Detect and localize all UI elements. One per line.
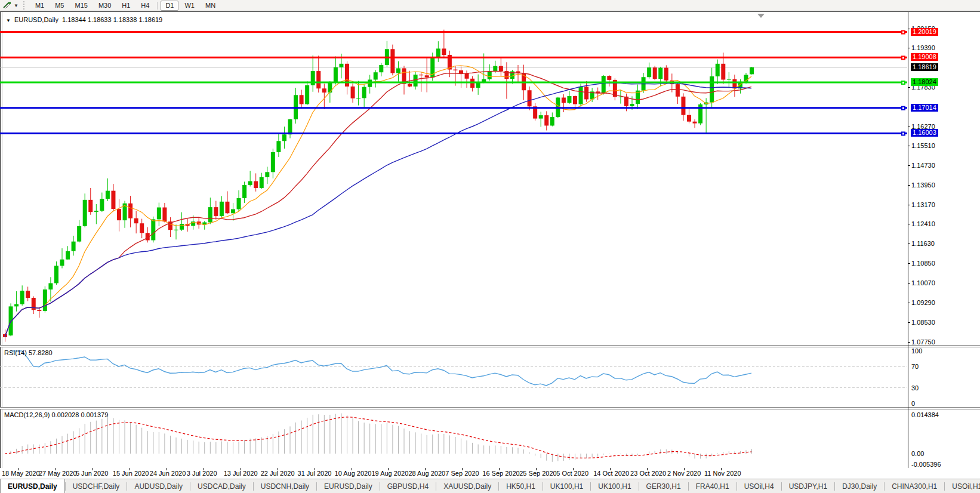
time-axis-date-label: 24 Jun 2020 xyxy=(150,470,186,477)
timeframe-button-m30[interactable]: M30 xyxy=(94,1,116,11)
price-axis-tick-label: 1.19390 xyxy=(911,44,935,51)
hline-price-label: 1.18024 xyxy=(911,78,938,86)
timeframe-button-m5[interactable]: M5 xyxy=(50,1,69,11)
symbol-tab-hk50-h1[interactable]: HK50,H1 xyxy=(499,479,543,493)
time-axis-date-label: 28 Aug 2020 xyxy=(408,470,445,477)
symbol-tabs: EURUSD,DailyUSDCHF,DailyAUDUSD,DailyUSDC… xyxy=(0,479,980,493)
price-axis-tickmark xyxy=(908,224,910,224)
symbol-tab-usdcad-daily[interactable]: USDCAD,Daily xyxy=(190,479,253,493)
time-axis-date-label: 18 May 2020 xyxy=(2,470,40,477)
price-axis-tickmark xyxy=(908,303,910,303)
chart-ohlc-values: 1.18344 1.18633 1.18338 1.18619 xyxy=(62,16,162,23)
symbol-tab-eurusd-daily[interactable]: EURUSD,Daily xyxy=(317,479,380,493)
price-axis-tick-label: 1.08530 xyxy=(911,319,935,326)
price-axis-tick-label: 1.07750 xyxy=(911,338,935,346)
macd-axis-bottom-label: -0.005396 xyxy=(911,461,941,468)
rsi-axis-label: 70 xyxy=(911,363,919,370)
price-axis-tickmark xyxy=(908,322,910,323)
symbol-tab-bar: EURUSD,DailyUSDCHF,DailyAUDUSD,DailyUSDC… xyxy=(0,479,980,493)
symbol-tab-usdjpy-h1[interactable]: USDJPY,H1 xyxy=(782,479,834,493)
time-axis-date-label: 5 Oct 2020 xyxy=(556,470,588,477)
time-axis-date-label: 11 Nov 2020 xyxy=(704,470,741,477)
time-axis-date-label: 14 Oct 2020 xyxy=(593,470,629,477)
macd-indicator-label: MACD(12,26,9) 0.002028 0.001379 xyxy=(4,411,108,418)
timeframe-button-mn[interactable]: MN xyxy=(201,1,220,11)
symbol-tab-usoil-h1[interactable]: USOil,H1 xyxy=(945,479,980,493)
hline-price-label: 1.19008 xyxy=(911,53,938,61)
symbol-tab-gbpusd-h4[interactable]: GBPUSD,H4 xyxy=(380,479,436,493)
time-axis-date-label: 25 Sep 2020 xyxy=(519,470,556,477)
price-axis-tickmark xyxy=(908,87,910,88)
symbol-tab-usoil-h4[interactable]: USOil,H4 xyxy=(737,479,781,493)
macd-axis-zero-label: 0.00 xyxy=(911,450,924,457)
price-axis-tick-label: 1.11630 xyxy=(911,240,935,247)
hline-price-label: 1.17014 xyxy=(911,104,938,112)
timeframe-buttons-group: M1M5M15M30H1H4D1W1MN xyxy=(30,1,221,11)
timeframes-toolbar: ▼ M1M5M15M30H1H4D1W1MN xyxy=(0,0,980,11)
time-axis-date-label: 3 Jul 2020 xyxy=(187,470,217,477)
hline-price-label: 1.16003 xyxy=(911,129,938,137)
time-axis[interactable]: 18 May 202027 May 20205 Jun 202015 Jun 2… xyxy=(0,468,980,479)
timeframe-button-h4[interactable]: H4 xyxy=(136,1,154,11)
time-axis-date-label: 13 Jul 2020 xyxy=(224,470,258,477)
price-axis-tick-label: 1.15510 xyxy=(911,142,935,149)
symbol-tab-fra40-h1[interactable]: FRA40,H1 xyxy=(689,479,736,493)
timeframe-button-m1[interactable]: M1 xyxy=(30,1,49,11)
time-axis-date-label: 2 Nov 2020 xyxy=(667,470,701,477)
price-axis-tick-label: 1.12410 xyxy=(911,220,935,227)
timeframe-button-m15[interactable]: M15 xyxy=(70,1,92,11)
symbol-tab-uk100-h1[interactable]: UK100,H1 xyxy=(591,479,638,493)
symbol-tab-xauusd-daily[interactable]: XAUUSD,Daily xyxy=(436,479,498,493)
rsi-axis-label: 100 xyxy=(911,347,922,355)
symbol-tab-usdchf-daily[interactable]: USDCHF,Daily xyxy=(66,479,127,493)
timeframe-button-d1[interactable]: D1 xyxy=(161,1,178,11)
time-axis-date-label: 5 Jun 2020 xyxy=(76,470,108,477)
symbol-tab-eurusd-daily[interactable]: EURUSD,Daily xyxy=(0,479,65,493)
time-axis-date-label: 16 Sep 2020 xyxy=(482,470,519,477)
chart-title: ▼EURUSD,Daily 1.18344 1.18633 1.18338 1.… xyxy=(6,16,162,23)
rsi-axis-label: 0 xyxy=(911,400,915,407)
rsi-indicator-label: RSI(14) 57.8280 xyxy=(4,349,53,356)
price-axis-tickmark xyxy=(908,244,910,244)
symbol-tab-ger30-h1[interactable]: GER30,H1 xyxy=(639,479,688,493)
macd-axis-top-label: 0.014384 xyxy=(911,411,939,418)
price-axis-tick-label: 1.14730 xyxy=(911,162,935,169)
price-axis-tickmark xyxy=(908,127,910,127)
current-price-label: 1.18619 xyxy=(911,63,938,71)
mt4-application-window: ▼ M1M5M15M30H1H4D1W1MN 1.201501.193901.1… xyxy=(0,0,980,493)
time-axis-date-label: 31 Jul 2020 xyxy=(298,470,332,477)
price-axis-tickmark xyxy=(908,146,910,146)
price-axis-tickmark xyxy=(908,205,910,205)
time-axis-date-label: 7 Sep 2020 xyxy=(445,470,479,477)
price-axis-tick-label: 1.13950 xyxy=(911,181,935,189)
price-chart-canvas[interactable] xyxy=(0,12,908,345)
toolbar-grip-handle[interactable] xyxy=(23,1,27,10)
chart-window[interactable]: 1.201501.193901.178301.162701.155101.147… xyxy=(0,11,980,469)
price-axis-tickmark xyxy=(908,263,910,264)
symbol-tab-uk100-h1[interactable]: UK100,H1 xyxy=(543,479,590,493)
time-axis-date-label: 10 Aug 2020 xyxy=(335,470,372,477)
symbol-tab-usdcnh-daily[interactable]: USDCNH,Daily xyxy=(254,479,316,493)
price-axis-tickmark xyxy=(908,185,910,186)
toolbar-dropdown-caret[interactable]: ▼ xyxy=(14,3,19,8)
price-axis-tick-label: 1.10070 xyxy=(911,279,935,286)
rsi-axis-label: 30 xyxy=(911,384,919,392)
chart-crosshair-icon[interactable] xyxy=(2,1,13,10)
time-axis-date-label: 19 Aug 2020 xyxy=(371,470,408,477)
chart-dropdown-triangle[interactable]: ▼ xyxy=(6,18,11,23)
rsi-indicator-canvas[interactable] xyxy=(0,347,908,408)
timeframe-button-w1[interactable]: W1 xyxy=(180,1,199,11)
price-axis-tickmark xyxy=(908,342,910,343)
macd-indicator-canvas[interactable] xyxy=(0,409,908,469)
timeframe-button-h1[interactable]: H1 xyxy=(117,1,135,11)
symbol-tab-china300-h1[interactable]: CHINA300,H1 xyxy=(885,479,944,493)
chart-symbol-period: EURUSD,Daily xyxy=(14,16,58,23)
symbol-tab-audusd-daily[interactable]: AUDUSD,Daily xyxy=(127,479,190,493)
price-axis-tickmark xyxy=(908,48,910,48)
price-axis-divider xyxy=(908,12,908,469)
symbol-tab-dj30-daily[interactable]: DJ30,Daily xyxy=(835,479,884,493)
price-axis-tick-label: 1.09290 xyxy=(911,299,935,306)
chart-shift-triangle-icon[interactable] xyxy=(757,14,765,18)
price-axis-tickmark xyxy=(908,29,910,29)
price-axis-tick-label: 1.10850 xyxy=(911,260,935,267)
